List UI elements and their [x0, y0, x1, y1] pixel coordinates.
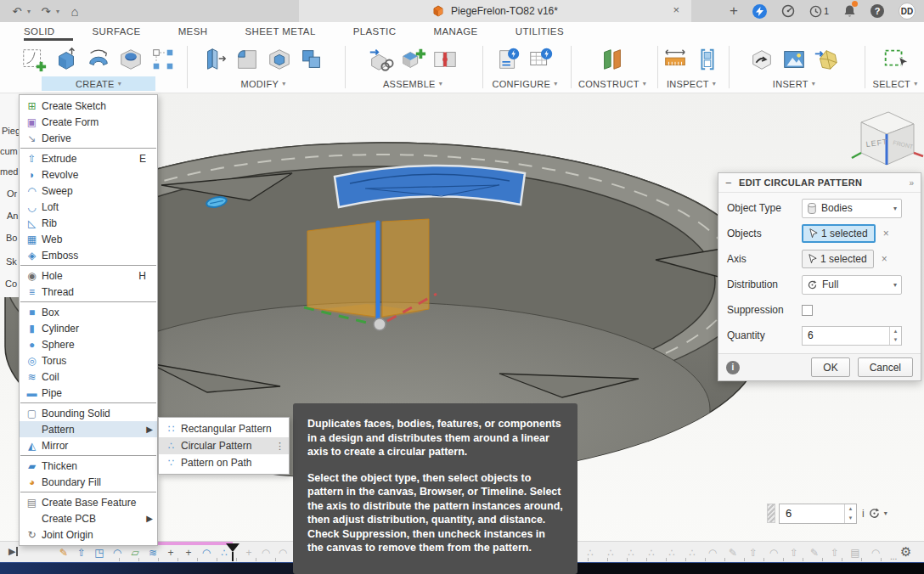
timeline-feature-extrude-after-playhead[interactable]: ⇧: [827, 546, 842, 560]
presspull-icon[interactable]: [200, 43, 230, 76]
quantity-value[interactable]: 6: [780, 507, 844, 520]
objects-selection-chip[interactable]: 1 selected: [802, 224, 876, 243]
shell-icon[interactable]: [264, 43, 295, 76]
document-tab[interactable]: PiegeFrelon-TO82 v16* ×: [299, 0, 691, 22]
origin-planes[interactable]: [307, 219, 429, 319]
expand-panel-icon[interactable]: »: [909, 178, 914, 188]
menu-item-web[interactable]: ▦Web: [20, 231, 157, 247]
menu-item-derive[interactable]: ↘Derive: [20, 130, 157, 146]
derive-link-icon[interactable]: [365, 43, 396, 76]
menu-item-thicken[interactable]: ▰Thicken: [20, 458, 157, 474]
menu-item-rib[interactable]: ◺Rib: [20, 215, 157, 231]
revolve-icon[interactable]: [83, 43, 114, 76]
viewcube[interactable]: LEFT FRONT: [848, 102, 924, 178]
menu-item-bounding-solid[interactable]: ▢Bounding Solid: [20, 405, 157, 421]
canvas-icon[interactable]: [779, 43, 809, 76]
tab-utilities[interactable]: UTILITIES: [516, 22, 584, 41]
browser-item-fragment[interactable]: Bo: [6, 233, 17, 243]
hole-icon[interactable]: [116, 43, 146, 76]
timeline-feature-sketch-after-playhead[interactable]: ✎: [725, 546, 741, 560]
browser-item-fragment[interactable]: Co: [5, 279, 17, 289]
timeline-feature-move[interactable]: +: [181, 546, 196, 560]
rotation-dropdown-icon[interactable]: ▾: [884, 509, 887, 517]
menu-item-torus[interactable]: ◎Torus: [20, 352, 157, 369]
timeline-feature-fillet-after-playhead[interactable]: ◠: [766, 546, 781, 560]
avatar[interactable]: DD: [899, 2, 916, 20]
notifications-clock-icon[interactable]: 1: [809, 2, 829, 20]
timeline-feature-move-suppressed[interactable]: +: [241, 546, 256, 560]
browser-item-fragment[interactable]: Pieg: [2, 126, 19, 136]
menu-item-cylinder[interactable]: ▮Cylinder: [20, 320, 157, 336]
redo-icon[interactable]: ↷: [37, 3, 54, 20]
menu-item-emboss[interactable]: ◈Emboss: [20, 247, 157, 263]
menu-item-loft[interactable]: ◡Loft: [20, 199, 157, 215]
fillet-icon[interactable]: [232, 43, 262, 76]
browser-item-fragment[interactable]: Or: [7, 189, 17, 199]
configtable-icon[interactable]: [526, 43, 556, 76]
measure-icon[interactable]: [660, 43, 690, 76]
quantity-field[interactable]: 6 ▲▼: [779, 504, 857, 524]
info-icon[interactable]: i: [726, 361, 740, 374]
tab-surface[interactable]: SURFACE: [93, 22, 161, 41]
toolbar-group-label-construct[interactable]: CONSTRUCT▾: [570, 76, 655, 91]
drag-handle-icon[interactable]: [767, 504, 775, 523]
menu-item-mirror[interactable]: ◭Mirror: [20, 437, 157, 453]
tab-sheet-metal[interactable]: SHEET METAL: [245, 22, 335, 41]
timeline-feature-fillet-suppressed[interactable]: ◠: [275, 546, 290, 560]
origin-point[interactable]: [374, 318, 386, 330]
joint-icon[interactable]: [430, 43, 460, 76]
submenu-item-circular-pattern[interactable]: ∴Circular Pattern⋮: [159, 437, 289, 454]
toolbar-group-label-create[interactable]: CREATE▾: [42, 76, 155, 91]
timeline-feature-fillet-suppressed[interactable]: ◠: [258, 546, 273, 560]
tab-solid[interactable]: SOLID: [24, 22, 76, 41]
quantity-spinner[interactable]: ▲▼: [889, 327, 901, 345]
combine-icon[interactable]: [296, 43, 327, 76]
timeline-feature-move[interactable]: +: [163, 546, 178, 560]
timeline-feature-planes[interactable]: ▱: [127, 546, 143, 560]
meshy-icon[interactable]: [811, 43, 842, 76]
menu-item-sweep[interactable]: ◠Sweep: [20, 183, 157, 199]
timeline-feature-corner[interactable]: ◳: [92, 546, 107, 560]
suppression-checkbox[interactable]: [802, 305, 813, 316]
timeline-feature-pattern-after-playhead[interactable]: ∴: [623, 546, 639, 560]
objects-clear-icon[interactable]: ×: [883, 228, 889, 239]
toolbar-group-label-assemble[interactable]: ASSEMBLE▾: [375, 76, 451, 91]
home-icon[interactable]: ⌂: [66, 3, 83, 20]
tab-plastic[interactable]: PLASTIC: [353, 22, 417, 41]
dialog-header[interactable]: − EDIT CIRCULAR PATTERN »: [718, 173, 921, 193]
full-rotation-icon[interactable]: [868, 507, 881, 520]
menu-item-thread[interactable]: ≡Thread: [20, 284, 157, 300]
menu-item-hole[interactable]: ◉HoleH: [20, 267, 157, 284]
redo-dropdown-icon[interactable]: ▾: [56, 8, 65, 15]
timeline-feature-pattern[interactable]: ∴: [217, 546, 232, 560]
quantity-value[interactable]: 6: [803, 329, 889, 341]
undo-icon[interactable]: ↶: [8, 3, 25, 20]
browser-item-fragment[interactable]: med: [0, 166, 18, 177]
timeline-feature-sketch-after-playhead[interactable]: ✎: [807, 546, 822, 560]
toolbar-group-label-modify[interactable]: MODIFY▾: [233, 76, 295, 91]
help-icon[interactable]: ?: [870, 2, 884, 20]
timeline-feature-extrude-after-playhead[interactable]: ⇧: [786, 546, 802, 560]
toolbar-group-label-select[interactable]: SELECT▾: [865, 76, 924, 91]
menu-item-create-sketch[interactable]: ⊞Create Sketch: [20, 98, 157, 114]
tab-mesh[interactable]: MESH: [178, 22, 228, 41]
browser-panel-clipped[interactable]: PiegcummedOrAnBoSkCo: [0, 93, 19, 297]
timeline-settings-gear-icon[interactable]: ⚙: [900, 544, 911, 560]
timeline-feature-extrude[interactable]: ⇧: [74, 546, 89, 560]
browser-item-fragment[interactable]: An: [7, 211, 18, 221]
insertmesh-icon[interactable]: [747, 43, 777, 76]
close-document-icon[interactable]: ×: [673, 3, 679, 16]
newcomp-icon[interactable]: [397, 43, 428, 76]
extrude-icon[interactable]: [51, 43, 82, 76]
axis-clear-icon[interactable]: ×: [882, 253, 887, 265]
object-type-select[interactable]: Bodies ▾: [802, 199, 902, 218]
extensions-icon[interactable]: [781, 2, 795, 20]
menu-item-create-form[interactable]: ▣Create Form: [20, 114, 157, 130]
submenu-item-pattern-on-path[interactable]: ∵Pattern on Path: [159, 454, 289, 471]
timeline-feature-sketch[interactable]: ✎: [56, 546, 71, 560]
menu-item-create-base-feature[interactable]: ▤Create Base Feature: [20, 494, 157, 510]
distribution-select[interactable]: Full ▾: [802, 275, 902, 295]
timeline-skip-to-end-button[interactable]: ▶: [8, 546, 18, 557]
ok-button[interactable]: OK: [811, 357, 849, 377]
browser-item-fragment[interactable]: Sk: [6, 256, 17, 267]
